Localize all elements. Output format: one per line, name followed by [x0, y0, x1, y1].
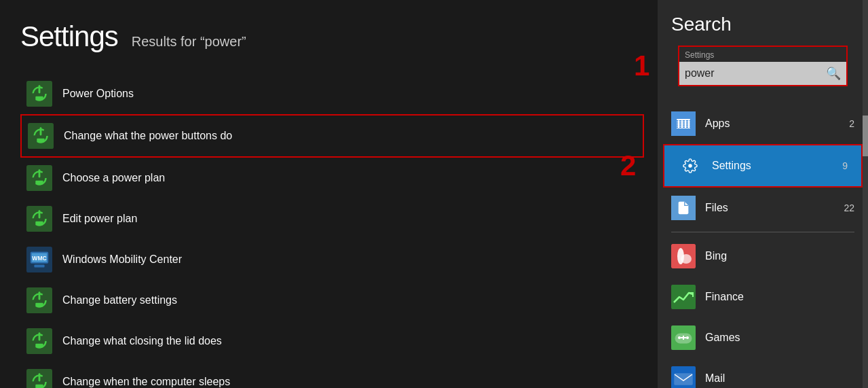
results-list: Power Options Change what the power butt… — [20, 73, 644, 388]
svg-rect-24 — [35, 303, 43, 307]
svg-text:WMC: WMC — [32, 255, 46, 262]
category-name-games: Games — [705, 332, 854, 344]
result-label-6: Change battery settings — [62, 294, 177, 306]
svg-rect-8 — [26, 165, 52, 191]
svg-rect-40 — [685, 120, 686, 128]
result-item-4[interactable]: Edit power plan — [20, 198, 644, 239]
search-box-wrapper: Settings 🔍 — [678, 46, 848, 86]
step-badge-1: 1 — [634, 50, 649, 82]
result-item-1[interactable]: Power Options — [20, 73, 644, 114]
category-name-bing: Bing — [705, 250, 854, 262]
power-icon-1 — [26, 80, 53, 107]
category-name-apps: Apps — [705, 118, 849, 130]
step-badge-2: 2 — [620, 149, 636, 182]
svg-point-48 — [678, 336, 681, 339]
result-item-7[interactable]: Change what closing the lid does — [20, 321, 644, 361]
right-panel: Search 1 Settings 🔍 — [658, 0, 868, 388]
category-name-settings: Settings — [712, 160, 842, 172]
search-header: Search 1 Settings 🔍 — [658, 0, 868, 103]
svg-rect-11 — [35, 181, 43, 185]
result-item-5[interactable]: WMC Windows Mobility Center — [20, 239, 644, 280]
result-item-3[interactable]: Choose a power plan — [20, 158, 644, 198]
svg-rect-51 — [681, 337, 686, 338]
power-icon-6 — [26, 287, 53, 314]
svg-rect-45 — [671, 285, 696, 309]
left-panel: Settings Results for “power” Power Optio… — [0, 0, 658, 388]
category-item-finance[interactable]: Finance — [658, 277, 868, 317]
result-label-7: Change what closing the lid does — [62, 335, 222, 347]
finance-icon — [671, 285, 696, 309]
page-title: Settings — [20, 20, 118, 53]
svg-rect-7 — [37, 139, 44, 143]
result-label-2: Change what the power buttons do — [64, 130, 232, 142]
files-icon — [671, 196, 696, 220]
category-item-games[interactable]: Games — [658, 317, 868, 358]
result-label-3: Choose a power plan — [62, 172, 165, 184]
search-input[interactable] — [685, 67, 826, 80]
svg-rect-25 — [26, 328, 52, 354]
apps-icon — [671, 111, 696, 136]
category-item-mail[interactable]: Mail — [658, 358, 868, 388]
power-icon-2 — [27, 122, 54, 149]
settings-label: Settings — [679, 47, 846, 62]
category-count-settings: 9 — [842, 160, 848, 171]
search-box-container: 1 Settings 🔍 — [671, 46, 854, 86]
settings-category-wrapper: 2 Settings 9 — [658, 144, 868, 188]
category-name-files: Files — [705, 202, 844, 214]
svg-rect-41 — [688, 120, 690, 128]
category-item-apps[interactable]: Apps 2 — [658, 103, 868, 144]
category-count-files: 22 — [844, 202, 854, 213]
result-label-8: Change when the computer sleeps — [62, 376, 230, 388]
svg-rect-15 — [35, 222, 43, 226]
svg-rect-38 — [678, 120, 679, 128]
settings-icon — [678, 154, 702, 178]
result-item-2[interactable]: Change what the power buttons do 3 — [20, 114, 644, 158]
search-input-row[interactable]: 🔍 — [679, 62, 846, 85]
category-item-bing[interactable]: Bing — [658, 236, 868, 277]
svg-rect-21 — [26, 287, 52, 313]
svg-rect-28 — [35, 344, 43, 348]
svg-rect-53 — [675, 374, 692, 385]
mail-icon — [671, 366, 696, 388]
category-list: Apps 2 2 Settings 9 — [658, 103, 868, 388]
svg-rect-33 — [677, 119, 690, 120]
result-label-1: Power Options — [62, 88, 134, 100]
svg-rect-4 — [28, 123, 54, 149]
results-subtitle: Results for “power” — [132, 34, 246, 50]
category-divider — [671, 232, 854, 232]
svg-rect-39 — [681, 120, 683, 128]
svg-rect-19 — [34, 265, 44, 268]
svg-rect-12 — [26, 206, 52, 232]
scrollbar[interactable] — [863, 0, 868, 388]
category-name-finance: Finance — [705, 291, 854, 303]
category-item-settings[interactable]: Settings 9 — [664, 145, 861, 186]
search-icon[interactable]: 🔍 — [826, 66, 841, 81]
category-count-apps: 2 — [849, 118, 854, 129]
svg-point-49 — [686, 336, 689, 339]
svg-rect-0 — [26, 81, 52, 107]
games-icon — [671, 325, 696, 350]
power-icon-8 — [26, 368, 53, 388]
result-item-6[interactable]: Change battery settings — [20, 280, 644, 321]
power-icon-7 — [26, 328, 53, 355]
svg-rect-32 — [35, 385, 43, 388]
header-area: Settings Results for “power” — [20, 20, 644, 53]
power-icon-4 — [26, 205, 53, 232]
svg-point-44 — [681, 254, 692, 264]
category-item-files[interactable]: Files 22 — [658, 188, 868, 228]
category-box-settings: Settings 9 — [663, 144, 863, 188]
result-label-4: Edit power plan — [62, 213, 137, 225]
scrollbar-thumb[interactable] — [863, 116, 868, 156]
search-heading: Search — [671, 14, 854, 35]
power-icon-3 — [26, 164, 53, 192]
bing-icon — [671, 244, 696, 268]
result-item-8[interactable]: Change when the computer sleeps — [20, 361, 644, 388]
result-label-5: Windows Mobility Center — [62, 253, 182, 266]
svg-rect-3 — [35, 96, 43, 101]
category-name-mail: Mail — [705, 372, 854, 385]
mobility-icon: WMC — [26, 246, 53, 273]
